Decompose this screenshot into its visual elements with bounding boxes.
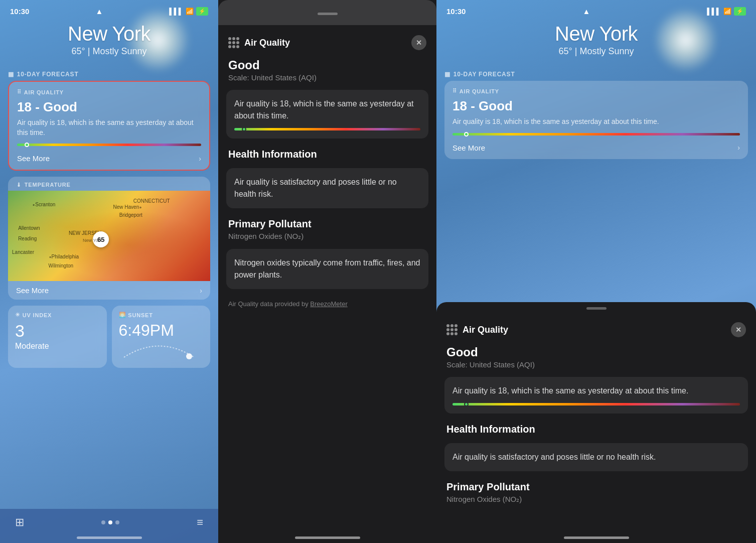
svg-point-0 bbox=[186, 353, 192, 359]
p3-modal-close-button[interactable]: ✕ bbox=[731, 322, 746, 337]
aqi-description-3: Air quality is 18, which is the same as … bbox=[452, 117, 740, 127]
sunset-label: 🌅 SUNSET bbox=[119, 312, 204, 318]
modal-drag-area bbox=[218, 0, 436, 25]
modal-aqi-text: Air quality is 18, which is the same as … bbox=[234, 98, 420, 122]
p3-health-header: Health Information bbox=[436, 420, 756, 443]
aqi-value-3: 18 - Good bbox=[452, 98, 740, 114]
air-quality-card-1[interactable]: ⠿ AIR QUALITY 18 - Good Air quality is 1… bbox=[8, 81, 210, 171]
forecast-label-3: ▦ 10-DAY FORECAST bbox=[436, 67, 756, 81]
city-details-3: 65° | Mostly Sunny bbox=[446, 46, 746, 57]
modal-header: Air Quality ✕ bbox=[218, 25, 436, 58]
map-city-newyork-label: New York bbox=[83, 238, 102, 243]
status-icons-3: ▌▌▌ 📶 ⚡ bbox=[707, 7, 746, 16]
uv-sub: Moderate bbox=[15, 342, 100, 351]
chevron-icon-1: › bbox=[199, 155, 201, 163]
city-header-3: New York 65° | Mostly Sunny bbox=[436, 18, 756, 67]
p3-aqi-indicator bbox=[464, 402, 469, 406]
modal-scale: Scale: United States (AQI) bbox=[218, 73, 436, 90]
aqi-value-1: 18 - Good bbox=[17, 99, 201, 115]
list-nav-icon[interactable]: ≡ bbox=[197, 516, 203, 529]
map-city-bridgeport: Bridgeport bbox=[119, 212, 142, 218]
aqi-description-1: Air quality is 18, which is the same as … bbox=[17, 118, 201, 138]
see-more-1[interactable]: See More › bbox=[17, 152, 201, 163]
map-city-lancaster: Lancaster bbox=[12, 249, 34, 255]
pollutant-card: Nitrogen oxides typically come from traf… bbox=[226, 249, 428, 289]
p3-drag-handle bbox=[586, 307, 607, 310]
temperature-map-card: 🌡 TEMPERATURE ∘Scranton New Haven∘ CONNE… bbox=[8, 177, 210, 300]
temp-map-label: 🌡 TEMPERATURE bbox=[8, 177, 210, 191]
dots-indicator bbox=[101, 520, 119, 524]
p3-modal-header: Air Quality ✕ bbox=[436, 312, 756, 345]
dot-2 bbox=[108, 520, 112, 524]
aqi-dots-icon bbox=[228, 37, 239, 48]
wifi-icon-1: 📶 bbox=[186, 8, 194, 15]
thermometer-icon: 🌡 bbox=[16, 182, 22, 188]
sunset-card: 🌅 SUNSET 6:49PM bbox=[112, 306, 211, 368]
status-icons-1: ▌▌▌ 📶 ⚡ bbox=[169, 7, 208, 16]
modal-aqi-card: Air quality is 18, which is the same as … bbox=[226, 90, 428, 139]
temperature-map-image: ∘Scranton New Haven∘ CONNECTICUT Bridgep… bbox=[8, 191, 210, 281]
calendar-icon-1: ▦ bbox=[8, 71, 14, 78]
p3-modal-aqi-card: Air quality is 18, which is the same as … bbox=[444, 377, 748, 414]
dot-1 bbox=[101, 520, 105, 524]
p3-health-text: Air quality is satisfactory and poses li… bbox=[452, 451, 740, 463]
health-header: Health Information bbox=[218, 145, 436, 168]
wifi-icon-3: 📶 bbox=[723, 8, 731, 15]
aqi-indicator-1 bbox=[25, 143, 29, 147]
uv-value: 3 bbox=[15, 321, 100, 341]
battery-icon-3: ⚡ bbox=[734, 7, 746, 16]
air-quality-label-1: ⠿ AIR QUALITY bbox=[17, 89, 201, 95]
aqi-bar-3 bbox=[452, 133, 740, 135]
status-bar-3: 10:30 ▲ ▌▌▌ 📶 ⚡ bbox=[436, 0, 756, 18]
map-city-wilmington: Wilmington bbox=[49, 263, 73, 268]
breezo-link[interactable]: BreezoMeter bbox=[310, 300, 347, 308]
map-city-reading: Reading bbox=[18, 236, 37, 241]
city-name-3: New York bbox=[446, 23, 746, 45]
battery-icon-1: ⚡ bbox=[196, 7, 208, 16]
calendar-icon-3: ▦ bbox=[444, 71, 450, 78]
modal-aqi-indicator bbox=[242, 127, 246, 131]
p3-modal-title-group: Air Quality bbox=[446, 324, 508, 335]
modal-aqi-bar bbox=[234, 128, 420, 130]
map-city-allentown: Allentown bbox=[18, 225, 40, 231]
home-indicator-3 bbox=[564, 536, 629, 539]
modal-title-group: Air Quality bbox=[228, 37, 290, 48]
map-nav-icon[interactable]: ⊞ bbox=[15, 516, 24, 529]
location-icon-1: ▲ bbox=[95, 7, 103, 16]
aqi-indicator-3 bbox=[464, 132, 469, 137]
footer-pre: Air Quality data provided by bbox=[228, 300, 310, 308]
sunset-icon: 🌅 bbox=[119, 312, 126, 318]
location-icon-3: ▲ bbox=[582, 7, 590, 16]
air-quality-label-3: ⠿ AIR QUALITY bbox=[452, 88, 740, 94]
signal-icon-3: ▌▌▌ bbox=[707, 8, 721, 15]
air-quality-card-3[interactable]: ⠿ AIR QUALITY 18 - Good Air quality is 1… bbox=[444, 81, 748, 159]
home-indicator-2 bbox=[295, 536, 360, 539]
modal-quality-label: Good bbox=[218, 58, 436, 73]
map-label-ct: CONNECTICUT bbox=[133, 198, 170, 204]
home-indicator-1 bbox=[77, 536, 142, 539]
modal-title: Air Quality bbox=[244, 38, 290, 48]
panel-3-modal-overlay: Air Quality ✕ Good Scale: United States … bbox=[436, 302, 756, 543]
panel-1-weather: 10:30 ▲ ▌▌▌ 📶 ⚡ New York 65° | Mostly Su… bbox=[0, 0, 218, 543]
modal-close-button[interactable]: ✕ bbox=[411, 35, 426, 50]
pollutant-sub: Nitrogen Oxides (NO₂) bbox=[218, 232, 436, 249]
panel-3-combined: 10:30 ▲ ▌▌▌ 📶 ⚡ New York 65° | Mostly Su… bbox=[436, 0, 756, 543]
map-city-newhaven: New Haven∘ bbox=[113, 204, 142, 210]
time-1: 10:30 bbox=[10, 7, 29, 16]
chevron-icon-3: › bbox=[737, 144, 740, 152]
drag-handle bbox=[318, 13, 338, 15]
p3-pollutant-sub: Nitrogen Oxides (NO₂) bbox=[436, 495, 756, 512]
aqi-icon-1: ⠿ bbox=[17, 89, 22, 95]
modal-footer: Air Quality data provided by BreezoMeter bbox=[218, 295, 436, 318]
map-see-more[interactable]: See More › bbox=[8, 281, 210, 300]
health-card: Air quality is satisfactory and poses li… bbox=[226, 168, 428, 208]
uv-label: ☀ UV INDEX bbox=[15, 312, 100, 318]
see-more-3[interactable]: See More › bbox=[452, 142, 740, 152]
dot-3 bbox=[115, 520, 119, 524]
city-name-1: New York bbox=[10, 23, 208, 45]
city-header-1: New York 65° | Mostly Sunny bbox=[0, 18, 218, 67]
forecast-label-1: ▦ 10-DAY FORECAST bbox=[0, 67, 218, 81]
aqi-bar-1 bbox=[17, 144, 201, 146]
panel-2-modal: Air Quality ✕ Good Scale: United States … bbox=[218, 0, 436, 543]
p3-aqi-bar bbox=[452, 403, 740, 405]
